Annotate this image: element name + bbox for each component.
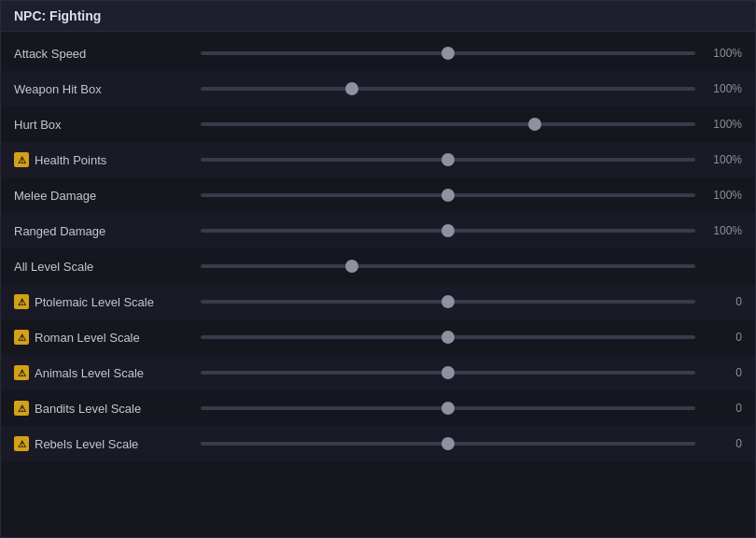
label-text-weapon-hit-box: Weapon Hit Box bbox=[14, 82, 102, 96]
slider-container-weapon-hit-box: 100% bbox=[201, 82, 742, 95]
label-melee-damage: Melee Damage bbox=[14, 189, 201, 203]
label-text-all-level-scale: All Level Scale bbox=[14, 260, 93, 274]
label-hurt-box: Hurt Box bbox=[14, 118, 201, 132]
label-weapon-hit-box: Weapon Hit Box bbox=[14, 82, 201, 96]
warn-icon-animals-level-scale: ⚠ bbox=[14, 365, 29, 380]
slider-container-ptolemaic-level-scale: 0 bbox=[201, 295, 742, 308]
label-animals-level-scale: ⚠Animals Level Scale bbox=[14, 365, 201, 380]
slider-weapon-hit-box[interactable] bbox=[201, 87, 695, 91]
warn-icon-roman-level-scale: ⚠ bbox=[14, 330, 29, 345]
warn-icon-bandits-level-scale: ⚠ bbox=[14, 401, 29, 416]
label-ranged-damage: Ranged Damage bbox=[14, 224, 201, 238]
row-melee-damage: Melee Damage100% bbox=[1, 177, 755, 213]
value-rebels-level-scale: 0 bbox=[705, 437, 742, 450]
npc-fighting-panel: NPC: Fighting Attack Speed100%Weapon Hit… bbox=[0, 0, 756, 538]
slider-container-attack-speed: 100% bbox=[201, 47, 742, 60]
value-weapon-hit-box: 100% bbox=[705, 82, 742, 95]
slider-melee-damage[interactable] bbox=[201, 193, 695, 197]
slider-container-all-level-scale bbox=[201, 264, 742, 268]
row-hurt-box: Hurt Box100% bbox=[1, 106, 755, 142]
value-attack-speed: 100% bbox=[705, 47, 742, 60]
row-health-points: ⚠Health Points100% bbox=[1, 142, 755, 177]
label-text-hurt-box: Hurt Box bbox=[14, 118, 62, 132]
row-animals-level-scale: ⚠Animals Level Scale0 bbox=[1, 355, 755, 390]
label-text-ranged-damage: Ranged Damage bbox=[14, 224, 105, 238]
value-roman-level-scale: 0 bbox=[705, 331, 742, 344]
label-attack-speed: Attack Speed bbox=[14, 47, 201, 61]
row-ranged-damage: Ranged Damage100% bbox=[1, 213, 755, 248]
warn-icon-ptolemaic-level-scale: ⚠ bbox=[14, 294, 29, 309]
row-attack-speed: Attack Speed100% bbox=[1, 35, 755, 71]
slider-container-ranged-damage: 100% bbox=[201, 224, 742, 237]
slider-container-animals-level-scale: 0 bbox=[201, 366, 742, 379]
slider-bandits-level-scale[interactable] bbox=[201, 406, 695, 410]
row-weapon-hit-box: Weapon Hit Box100% bbox=[1, 71, 755, 106]
slider-ptolemaic-level-scale[interactable] bbox=[201, 300, 695, 304]
value-ranged-damage: 100% bbox=[705, 224, 742, 237]
label-ptolemaic-level-scale: ⚠Ptolemaic Level Scale bbox=[14, 294, 201, 309]
value-melee-damage: 100% bbox=[705, 189, 742, 202]
label-text-roman-level-scale: Roman Level Scale bbox=[35, 331, 140, 345]
value-hurt-box: 100% bbox=[705, 118, 742, 131]
rows-container: Attack Speed100%Weapon Hit Box100%Hurt B… bbox=[1, 32, 755, 465]
label-rebels-level-scale: ⚠Rebels Level Scale bbox=[14, 436, 201, 451]
label-text-ptolemaic-level-scale: Ptolemaic Level Scale bbox=[35, 295, 154, 309]
label-text-rebels-level-scale: Rebels Level Scale bbox=[35, 437, 138, 451]
row-roman-level-scale: ⚠Roman Level Scale0 bbox=[1, 319, 755, 355]
slider-all-level-scale[interactable] bbox=[201, 264, 695, 268]
label-text-animals-level-scale: Animals Level Scale bbox=[35, 366, 144, 380]
row-bandits-level-scale: ⚠Bandits Level Scale0 bbox=[1, 390, 755, 426]
slider-container-hurt-box: 100% bbox=[201, 118, 742, 131]
row-rebels-level-scale: ⚠Rebels Level Scale0 bbox=[1, 426, 755, 461]
panel-title: NPC: Fighting bbox=[1, 1, 755, 32]
label-roman-level-scale: ⚠Roman Level Scale bbox=[14, 330, 201, 345]
label-text-bandits-level-scale: Bandits Level Scale bbox=[35, 402, 141, 416]
slider-container-rebels-level-scale: 0 bbox=[201, 437, 742, 450]
slider-container-bandits-level-scale: 0 bbox=[201, 402, 742, 415]
label-text-health-points: Health Points bbox=[35, 153, 106, 167]
label-all-level-scale: All Level Scale bbox=[14, 260, 201, 274]
warn-icon-rebels-level-scale: ⚠ bbox=[14, 436, 29, 451]
label-text-melee-damage: Melee Damage bbox=[14, 189, 96, 203]
value-bandits-level-scale: 0 bbox=[705, 402, 742, 415]
slider-roman-level-scale[interactable] bbox=[201, 335, 695, 339]
value-health-points: 100% bbox=[705, 153, 742, 166]
slider-health-points[interactable] bbox=[201, 158, 695, 162]
warn-icon-health-points: ⚠ bbox=[14, 152, 29, 167]
slider-hurt-box[interactable] bbox=[201, 122, 695, 126]
slider-ranged-damage[interactable] bbox=[201, 229, 695, 233]
value-ptolemaic-level-scale: 0 bbox=[705, 295, 742, 308]
label-text-attack-speed: Attack Speed bbox=[14, 47, 86, 61]
row-ptolemaic-level-scale: ⚠Ptolemaic Level Scale0 bbox=[1, 284, 755, 319]
slider-animals-level-scale[interactable] bbox=[201, 371, 695, 375]
slider-container-roman-level-scale: 0 bbox=[201, 331, 742, 344]
slider-container-melee-damage: 100% bbox=[201, 189, 742, 202]
label-bandits-level-scale: ⚠Bandits Level Scale bbox=[14, 401, 201, 416]
slider-rebels-level-scale[interactable] bbox=[201, 442, 695, 446]
slider-container-health-points: 100% bbox=[201, 153, 742, 166]
label-health-points: ⚠Health Points bbox=[14, 152, 201, 167]
value-animals-level-scale: 0 bbox=[705, 366, 742, 379]
slider-attack-speed[interactable] bbox=[201, 51, 695, 55]
row-all-level-scale: All Level Scale bbox=[1, 248, 755, 284]
